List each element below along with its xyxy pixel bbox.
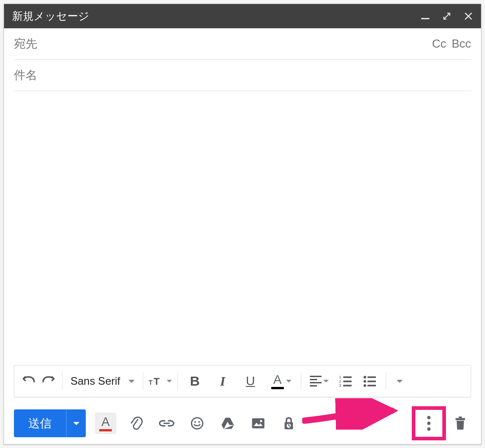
chevron-down-icon (397, 380, 403, 383)
insert-drive-button[interactable] (217, 413, 238, 434)
more-options-button[interactable] (415, 410, 442, 437)
confidential-icon (282, 416, 296, 430)
redo-icon (41, 374, 56, 388)
svg-point-10 (363, 384, 366, 387)
svg-rect-25 (459, 417, 462, 418)
trash-icon (454, 416, 467, 430)
svg-rect-6 (343, 381, 352, 382)
insert-link-button[interactable] (156, 413, 177, 434)
subject-label: 件名 (14, 67, 37, 83)
svg-point-21 (427, 416, 430, 419)
redo-button[interactable] (39, 371, 58, 391)
numbered-list-button[interactable]: 123 (335, 371, 355, 391)
svg-rect-7 (343, 385, 352, 387)
font-family-label: Sans Serif (71, 375, 120, 387)
discard-draft-button[interactable] (450, 413, 471, 434)
svg-point-14 (192, 418, 203, 429)
fullscreen-icon (442, 12, 451, 21)
formatting-toggle-button[interactable]: A (95, 413, 116, 434)
font-family-select[interactable]: Sans Serif (66, 375, 139, 387)
fullscreen-button[interactable] (442, 12, 451, 21)
message-body[interactable] (4, 91, 481, 365)
to-label: 宛先 (14, 36, 37, 52)
link-icon (159, 419, 174, 428)
italic-button[interactable]: I (213, 371, 233, 391)
send-group: 送信 (14, 409, 86, 437)
chevron-down-icon (323, 380, 329, 382)
paperclip-icon (129, 416, 143, 431)
compose-window: 新規メッセージ 宛先 Cc Bcc 件名 (4, 4, 481, 444)
svg-text:3: 3 (339, 384, 341, 387)
svg-rect-5 (343, 377, 352, 378)
emoji-icon (190, 417, 204, 430)
formatting-toolbar: Sans Serif TT B I U A (14, 365, 471, 397)
minimize-icon (421, 18, 429, 19)
underline-button[interactable]: U (241, 371, 260, 391)
align-button[interactable] (308, 371, 331, 391)
minimize-button[interactable] (421, 12, 430, 21)
send-button[interactable]: 送信 (14, 409, 66, 437)
svg-rect-11 (367, 377, 376, 378)
undo-button[interactable] (19, 371, 39, 391)
font-size-button[interactable]: TT (147, 371, 174, 391)
svg-rect-24 (456, 418, 465, 420)
text-color-button[interactable]: A (269, 371, 294, 391)
bold-icon: B (190, 373, 200, 389)
font-size-icon: TT (149, 374, 165, 388)
subject-field-row[interactable]: 件名 (14, 60, 471, 91)
svg-text:1: 1 (339, 375, 341, 379)
numbered-list-icon: 123 (339, 375, 352, 387)
svg-point-23 (427, 427, 430, 430)
more-vertical-icon (427, 416, 431, 431)
chevron-down-icon (167, 380, 172, 382)
confidential-mode-button[interactable] (278, 413, 300, 434)
bulleted-list-icon (363, 375, 376, 387)
chevron-down-icon (286, 380, 291, 382)
bottom-toolbar: 送信 A (4, 403, 481, 444)
svg-text:2: 2 (339, 380, 341, 384)
close-icon (464, 12, 473, 21)
align-left-icon (310, 376, 322, 387)
attach-file-button[interactable] (125, 413, 147, 434)
text-color-icon: A (271, 373, 284, 389)
svg-point-16 (198, 421, 200, 423)
svg-rect-12 (367, 381, 376, 382)
send-options-button[interactable] (66, 409, 86, 437)
window-controls (421, 12, 473, 21)
chevron-down-icon (73, 422, 79, 425)
chevron-down-icon (128, 380, 135, 383)
svg-text:T: T (149, 379, 153, 386)
to-field-row[interactable]: 宛先 Cc Bcc (14, 28, 471, 60)
formatting-icon: A (99, 416, 112, 431)
google-drive-icon (221, 417, 234, 430)
bulleted-list-button[interactable] (360, 371, 379, 391)
svg-point-8 (363, 376, 366, 378)
svg-rect-13 (367, 385, 376, 387)
italic-icon: I (220, 373, 225, 389)
header-fields: 宛先 Cc Bcc 件名 (4, 28, 481, 91)
close-button[interactable] (464, 12, 473, 21)
image-icon (251, 417, 265, 430)
cc-button[interactable]: Cc (432, 37, 446, 51)
insert-image-button[interactable] (247, 413, 269, 434)
more-formatting-button[interactable] (390, 371, 410, 391)
svg-text:T: T (154, 376, 160, 387)
insert-emoji-button[interactable] (186, 413, 208, 434)
window-title: 新規メッセージ (12, 9, 421, 23)
underline-icon: U (246, 374, 255, 388)
undo-icon (22, 374, 36, 388)
svg-rect-17 (252, 418, 265, 429)
svg-point-9 (363, 380, 366, 383)
svg-point-18 (260, 420, 262, 422)
svg-point-15 (194, 421, 196, 423)
bold-button[interactable]: B (185, 371, 205, 391)
svg-point-22 (427, 422, 430, 425)
titlebar: 新規メッセージ (4, 4, 481, 28)
bcc-button[interactable]: Bcc (452, 37, 471, 51)
